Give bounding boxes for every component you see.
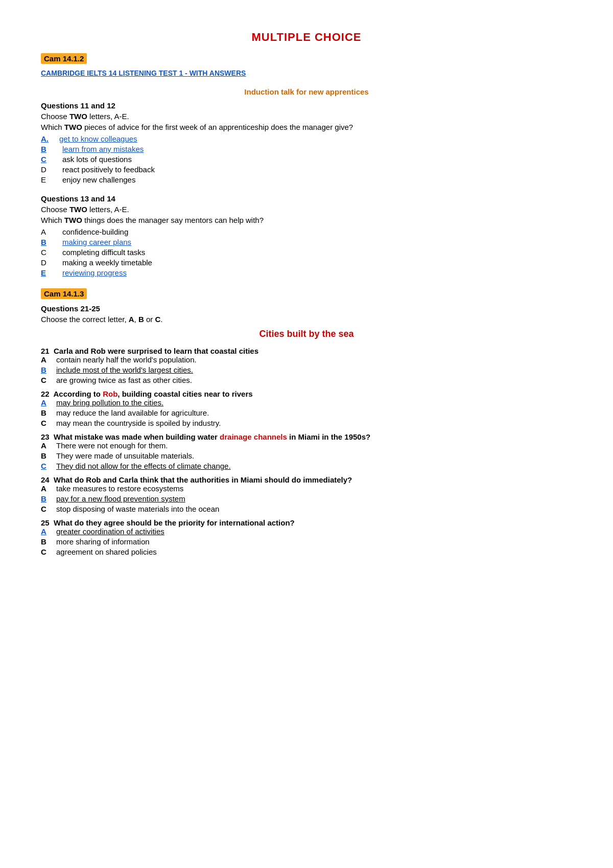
- answer-row-21-A: A contain nearly half the world's popula…: [41, 355, 572, 364]
- question-21-text: 21 Carla and Rob were surprised to learn…: [41, 347, 572, 355]
- answer-row-24-C: C stop disposing of waste materials into…: [41, 505, 572, 513]
- ans-text-B-22: may reduce the land available for agricu…: [56, 408, 209, 417]
- answer-text-C-13: completing difficult tasks: [62, 248, 145, 257]
- answer-letter-C-11: C: [41, 155, 59, 164]
- answer-block-22: A may bring pollution to the cities. B m…: [41, 398, 572, 427]
- answer-letter-B-11: B: [41, 145, 59, 153]
- q23-number: 23: [41, 432, 54, 441]
- questions-11-12: Questions 11 and 12 Choose TWO letters, …: [41, 101, 572, 184]
- instruction-13-14-line1: Choose TWO letters, A-E.: [41, 205, 572, 214]
- answer-text-E-11: enjoy new challenges: [62, 175, 135, 184]
- q22-number: 22: [41, 390, 53, 398]
- cam-badge-label-1421: Cam 14.1.2: [41, 53, 87, 64]
- q21-bold-text: Carla and Rob were surprised to learn th…: [54, 347, 258, 355]
- list-item: C ask lots of questions: [41, 155, 572, 164]
- q22-bold-start: According to: [53, 390, 103, 398]
- answer-letter-D-13: D: [41, 258, 59, 267]
- ans-letter-C-24: C: [41, 505, 56, 513]
- list-item: D making a weekly timetable: [41, 258, 572, 267]
- ans-letter-C-25: C: [41, 547, 56, 556]
- q22-bold-end: , building coastal cities near to rivers: [117, 390, 252, 398]
- questions-11-12-heading: Questions 11 and 12: [41, 101, 572, 110]
- question-25: 25 What do they agree should be the prio…: [41, 518, 572, 556]
- question-22: 22 According to Rob, building coastal ci…: [41, 390, 572, 427]
- cam-badge-1421: Cam 14.1.2: [41, 53, 572, 65]
- answer-text-B-13: making career plans: [62, 238, 131, 246]
- q21-number: 21: [41, 347, 54, 355]
- list-item: D react positively to feedback: [41, 165, 572, 174]
- answer-text-D-13: making a weekly timetable: [62, 258, 152, 267]
- answer-row-25-A: A greater coordination of activities: [41, 527, 572, 536]
- ans-letter-C-21: C: [41, 376, 56, 384]
- ans-text-B-21: include most of the world's largest citi…: [56, 366, 193, 374]
- list-item: E reviewing progress: [41, 268, 572, 277]
- answer-block-25: A greater coordination of activities B m…: [41, 527, 572, 556]
- cambridge-link-1421[interactable]: CAMBRIDGE IELTS 14 LISTENING TEST 1 - WI…: [41, 69, 572, 77]
- answer-text-E-13: reviewing progress: [62, 268, 127, 277]
- answer-block-24: A take measures to restore ecosystems B …: [41, 484, 572, 513]
- q23-bold-end: in Miami in the 1950s?: [287, 432, 370, 441]
- answer-list-11-12: A. get to know colleagues B learn from a…: [41, 134, 572, 184]
- instruction-11-12-line1: Choose TWO letters, A-E.: [41, 112, 572, 121]
- instruction-11-12-line2: Which TWO pieces of advice for the first…: [41, 123, 572, 131]
- list-item: A. get to know colleagues: [41, 134, 572, 143]
- questions-13-14-heading: Questions 13 and 14: [41, 194, 572, 203]
- section-cam1421: Cam 14.1.2 CAMBRIDGE IELTS 14 LISTENING …: [41, 53, 572, 277]
- answer-letter-D-11: D: [41, 165, 59, 174]
- bold-two2-11-12: TWO: [64, 123, 82, 131]
- ans-letter-B-21: B: [41, 366, 56, 374]
- ans-text-A-21: contain nearly half the world's populati…: [56, 355, 197, 364]
- ans-text-A-25: greater coordination of activities: [56, 527, 164, 536]
- list-item: E enjoy new challenges: [41, 175, 572, 184]
- ans-letter-A-25: A: [41, 527, 56, 536]
- q24-bold-text: What do Rob and Carla think that the aut…: [54, 475, 352, 484]
- answer-letter-B-13: B: [41, 238, 59, 246]
- q23-bold-start: What mistake was made when building wate…: [54, 432, 220, 441]
- question-21: 21 Carla and Rob were surprised to learn…: [41, 347, 572, 384]
- list-item: A confidence-building: [41, 227, 572, 236]
- answer-row-23-A: A There were not enough for them.: [41, 441, 572, 450]
- answer-letter-E-11: E: [41, 175, 59, 184]
- answer-row-21-C: C are growing twice as fast as other cit…: [41, 376, 572, 384]
- answer-list-13-14: A confidence-building B making career pl…: [41, 227, 572, 277]
- bold-C-21: C: [155, 315, 160, 324]
- answer-letter-C-13: C: [41, 248, 59, 257]
- cam-badge-label-1413: Cam 14.1.3: [41, 288, 87, 299]
- list-item: C completing difficult tasks: [41, 248, 572, 257]
- ans-text-B-25: more sharing of information: [56, 537, 150, 546]
- ans-letter-C-22: C: [41, 419, 56, 427]
- answer-letter-E-13: E: [41, 268, 59, 277]
- ans-text-B-23: They were made of unsuitable materials.: [56, 451, 194, 460]
- ans-text-C-21: are growing twice as fast as other citie…: [56, 376, 192, 384]
- answer-row-23-C: C They did not allow for the effects of …: [41, 462, 572, 470]
- instruction-13-14-line2: Which TWO things does the manager say me…: [41, 216, 572, 224]
- answer-text-D-11: react positively to feedback: [62, 165, 155, 174]
- q24-number: 24: [41, 475, 54, 484]
- answer-row-25-B: B more sharing of information: [41, 537, 572, 546]
- ans-text-C-24: stop disposing of waste materials into t…: [56, 505, 219, 513]
- answer-text-C-11: ask lots of questions: [62, 155, 132, 164]
- ans-text-B-24: pay for a new flood prevention system: [56, 494, 185, 503]
- ans-letter-B-25: B: [41, 537, 56, 546]
- ans-letter-A-24: A: [41, 484, 56, 493]
- ans-letter-C-23: C: [41, 462, 56, 470]
- ans-letter-B-23: B: [41, 451, 56, 460]
- ans-letter-A-23: A: [41, 441, 56, 450]
- answer-row-23-B: B They were made of unsuitable materials…: [41, 451, 572, 460]
- ans-text-A-22: may bring pollution to the cities.: [56, 398, 163, 407]
- answer-letter-A-11: A.: [41, 134, 59, 143]
- answer-row-25-C: C agreement on shared policies: [41, 547, 572, 556]
- question-25-text: 25 What do they agree should be the prio…: [41, 518, 572, 527]
- bold-two-11-12: TWO: [69, 112, 87, 121]
- bold-two-13-14: TWO: [69, 205, 87, 214]
- ans-text-A-23: There were not enough for them.: [56, 441, 168, 450]
- question-23-text: 23 What mistake was made when building w…: [41, 432, 572, 441]
- answer-text-B-11: learn from any mistakes: [62, 145, 144, 153]
- answer-text-A-11: get to know colleagues: [59, 134, 137, 143]
- section-subtitle-induction: Induction talk for new apprentices: [41, 87, 572, 96]
- ans-text-C-23: They did not allow for the effects of cl…: [56, 462, 231, 470]
- question-23: 23 What mistake was made when building w…: [41, 432, 572, 470]
- cam-badge-1413: Cam 14.1.3: [41, 288, 572, 300]
- answer-row-22-C: C may mean the countryside is spoiled by…: [41, 419, 572, 427]
- ans-text-A-24: take measures to restore ecosystems: [56, 484, 183, 493]
